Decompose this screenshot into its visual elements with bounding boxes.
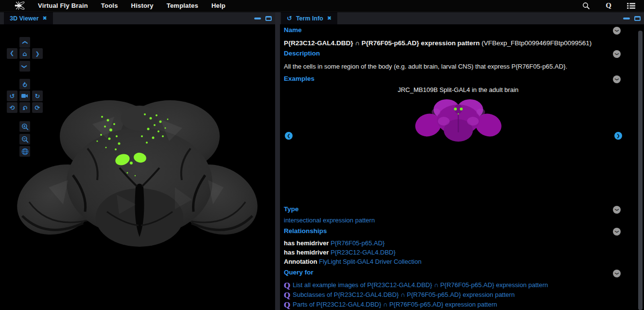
tab-term-info[interactable]: ↺ Term Info ✖ bbox=[281, 12, 337, 24]
close-icon[interactable]: ✖ bbox=[43, 15, 47, 21]
section-heading-examples: Examples ❯ bbox=[284, 74, 644, 83]
relationship-link[interactable]: P{R23C12-GAL4.DBD} bbox=[331, 249, 396, 256]
minimize-icon[interactable] bbox=[254, 18, 261, 19]
vfb-app: Virtual Fly Brain Tools History Template… bbox=[0, 0, 644, 310]
query-q-icon: Q bbox=[284, 291, 290, 299]
query-for-list: Q List all example images of P{R23C12-GA… bbox=[284, 280, 644, 310]
menu-item-templates[interactable]: Templates bbox=[167, 2, 198, 9]
term-info-panel: ↺ Term Info ✖ Name ❯ P{R23C12-GAL4.DBD} … bbox=[280, 12, 644, 310]
rotate-ccw-icon: ↺ bbox=[10, 92, 15, 100]
section-heading-description: Description ❯ bbox=[284, 49, 644, 58]
relationship-link[interactable]: FlyLight Split-GAL4 Driver Collection bbox=[319, 258, 421, 265]
section-heading-type: Type ❯ bbox=[284, 205, 644, 214]
next-example-button[interactable]: ❯ bbox=[614, 132, 622, 140]
collapse-relationships-icon[interactable]: ❯ bbox=[613, 228, 621, 236]
previous-example-button[interactable]: ❮ bbox=[285, 132, 293, 140]
example-image-wrap bbox=[278, 94, 638, 143]
relationship-link[interactable]: P{R76F05-p65.AD} bbox=[331, 239, 384, 247]
maximize-icon[interactable] bbox=[634, 16, 641, 21]
maximize-icon[interactable] bbox=[265, 16, 272, 21]
term-info-tabstrip: ↺ Term Info ✖ bbox=[280, 12, 644, 24]
term-info-content: Name ❯ P{R23C12-GAL4.DBD} ∩ P{R76F05-p65… bbox=[280, 24, 644, 310]
relationship-row: has hemidriver P{R76F05-p65.AD} bbox=[284, 238, 644, 248]
viewer-canvas[interactable]: ❯ ❯ ⌂ ❯ ❯ ⟳ ↺ ↻ ⟲ ↺ ⟳ bbox=[0, 24, 275, 310]
term-name-value: P{R23C12-GAL4.DBD} ∩ P{R76F05-p65.AD} ex… bbox=[284, 39, 644, 48]
term-id: (VFBexp_FBtp0099469FBtp0099561) bbox=[482, 39, 592, 47]
pan-right-button[interactable]: ❯ bbox=[32, 48, 43, 59]
term-info-window-controls bbox=[623, 12, 641, 24]
section-heading-relationships: Relationships ❯ bbox=[284, 227, 644, 236]
term-type-link: intersectional expression pattern bbox=[284, 216, 644, 225]
menu-item-help[interactable]: Help bbox=[211, 2, 226, 9]
home-view-button[interactable]: ⌂ bbox=[19, 48, 30, 59]
query-row[interactable]: Q List all example images of P{R23C12-GA… bbox=[284, 280, 644, 290]
query-row[interactable]: Q Subclasses of P{R23C12-GAL4.DBD} ∩ P{R… bbox=[284, 290, 644, 300]
pan-up-button[interactable]: ❯ bbox=[19, 37, 30, 48]
menubar: Virtual Fly Brain Tools History Template… bbox=[0, 0, 644, 12]
examples-carousel: JRC_MB109B Split-GAL4 in the adult brain bbox=[284, 86, 644, 205]
pan-left-button[interactable]: ❯ bbox=[7, 48, 17, 59]
relationships-list: has hemidriver P{R76F05-p65.AD} has hemi… bbox=[284, 238, 644, 266]
close-icon[interactable]: ✖ bbox=[327, 15, 331, 21]
query-q-icon: Q bbox=[284, 281, 290, 290]
collapse-name-icon[interactable]: ❯ bbox=[613, 27, 621, 35]
collapse-examples-icon[interactable]: ❯ bbox=[613, 75, 621, 83]
menu-item-tools[interactable]: Tools bbox=[101, 2, 118, 9]
collapse-type-icon[interactable]: ❯ bbox=[613, 206, 621, 214]
relationship-row: Annotation FlyLight Split-GAL4 Driver Co… bbox=[284, 257, 644, 266]
example-caption: JRC_MB109B Split-GAL4 in the adult brain bbox=[278, 86, 638, 94]
menu-item-virtual-fly-brain[interactable]: Virtual Fly Brain bbox=[38, 2, 88, 9]
orbit-rotate-button[interactable]: ⟳ bbox=[19, 79, 30, 90]
pan-down-button[interactable]: ❯ bbox=[19, 61, 30, 72]
collapse-query-for-icon[interactable]: ❯ bbox=[613, 270, 621, 277]
example-brain-image[interactable] bbox=[415, 94, 502, 143]
query-row[interactable]: Q Parts of P{R23C12-GAL4.DBD} ∩ P{R76F05… bbox=[284, 300, 644, 310]
section-heading-name: Name ❯ bbox=[284, 26, 644, 35]
menu-item-history[interactable]: History bbox=[131, 2, 154, 9]
minimize-icon[interactable] bbox=[623, 18, 630, 19]
query-icon[interactable]: Q bbox=[604, 1, 613, 10]
menubar-right-icons: Q bbox=[582, 1, 635, 10]
relationship-row: has hemidriver P{R23C12-GAL4.DBD} bbox=[284, 248, 644, 257]
orbit-icon: ⟳ bbox=[21, 82, 29, 87]
tab-3d-viewer-label: 3D Viewer bbox=[10, 15, 39, 22]
term-info-scrollbar[interactable] bbox=[638, 31, 643, 310]
tab-3d-viewer[interactable]: 3D Viewer ✖ bbox=[4, 12, 53, 24]
panel-divider[interactable] bbox=[275, 12, 280, 310]
viewer-tabstrip: 3D Viewer ✖ bbox=[0, 12, 275, 24]
brain-3d-render[interactable] bbox=[15, 90, 260, 251]
viewer-panel: 3D Viewer ✖ ❯ ❯ ⌂ ❯ ❯ ⟳ ↺ ↻ ⟲ ↺ ⟳ bbox=[0, 12, 275, 310]
history-icon[interactable]: ↺ bbox=[287, 15, 292, 22]
roll-left-icon: ⟲ bbox=[10, 104, 15, 111]
search-icon[interactable] bbox=[582, 1, 591, 10]
main-menu: Virtual Fly Brain Tools History Template… bbox=[38, 2, 226, 9]
viewer-window-controls bbox=[254, 12, 272, 24]
section-heading-query-for: Query for ❯ bbox=[284, 268, 644, 277]
term-title: P{R23C12-GAL4.DBD} ∩ P{R76F05-p65.AD} ex… bbox=[284, 39, 480, 47]
home-icon: ⌂ bbox=[22, 50, 27, 57]
term-description-text: All the cells in some region of the body… bbox=[284, 62, 644, 71]
query-q-icon: Q bbox=[284, 301, 290, 309]
collapse-description-icon[interactable]: ❯ bbox=[613, 50, 621, 58]
tab-term-info-label: Term Info bbox=[296, 15, 323, 22]
vfb-fly-logo-icon[interactable] bbox=[14, 1, 25, 10]
results-list-icon[interactable] bbox=[627, 1, 635, 10]
